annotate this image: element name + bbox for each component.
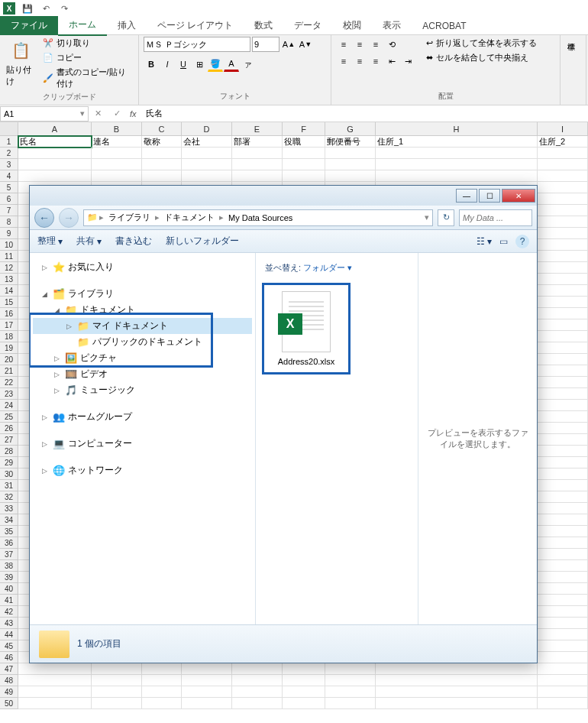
cell[interactable] [538,193,588,205]
row-header[interactable]: 19 [0,342,18,354]
cell[interactable] [538,491,588,503]
cell[interactable]: 連名 [92,136,142,148]
cell[interactable]: 会社 [182,136,232,148]
column-header[interactable]: C [142,122,182,135]
cell[interactable] [18,675,92,686]
cell[interactable] [538,629,588,640]
cell[interactable] [325,686,376,698]
cell[interactable] [142,148,182,159]
breadcrumb-item[interactable]: My Data Sources [225,213,296,222]
maximize-button[interactable]: ☐ [479,189,500,203]
cell[interactable] [538,148,588,159]
cell[interactable] [142,663,182,675]
row-header[interactable]: 36 [0,537,18,549]
cell[interactable] [538,503,588,514]
row-header[interactable]: 14 [0,285,18,297]
cell[interactable]: 役職 [283,136,325,148]
breadcrumb-item[interactable]: ライブラリ [105,212,153,223]
cell[interactable] [538,274,588,285]
cell[interactable] [538,698,588,709]
cut-button[interactable]: ✂️切り取り [41,37,134,50]
cell[interactable] [538,686,588,698]
cell[interactable] [92,686,142,698]
cell[interactable] [538,285,588,297]
row-header[interactable]: 20 [0,354,18,365]
cell[interactable]: 住所_1 [376,136,538,148]
tab-file[interactable]: ファイル [0,16,58,35]
row-header[interactable]: 39 [0,572,18,583]
tab-acrobat[interactable]: ACROBAT [412,18,477,34]
cell[interactable] [538,205,588,216]
row-header[interactable]: 37 [0,549,18,560]
cell[interactable] [538,377,588,388]
select-all-cell[interactable] [0,122,18,135]
tree-homegroup[interactable]: ▷👥ホームグループ [33,409,252,425]
qat-save-icon[interactable]: 💾 [21,2,34,15]
cell[interactable] [283,170,325,182]
cell[interactable]: 氏名 [18,136,92,148]
column-header[interactable]: I [538,122,588,135]
indent-dec-icon[interactable]: ⇤ [384,53,399,69]
tree-libraries[interactable]: ◢🗂️ライブラリ [33,286,252,302]
sort-by-link[interactable]: フォルダー ▾ [303,263,352,272]
cell[interactable] [538,572,588,583]
cell[interactable] [325,159,376,170]
cell[interactable] [92,663,142,675]
cell[interactable] [92,675,142,686]
row-header[interactable]: 47 [0,663,18,675]
forward-button[interactable]: → [59,208,79,228]
cell[interactable] [538,411,588,423]
row-header[interactable]: 4 [0,170,18,182]
cell[interactable] [538,182,588,193]
name-box[interactable]: A1▾ [0,106,89,122]
tree-public-documents[interactable]: 📁パブリックのドキュメント [33,334,252,350]
formula-input[interactable] [143,109,585,118]
row-header[interactable]: 29 [0,457,18,468]
font-size-select[interactable] [252,37,279,52]
minimize-button[interactable]: — [456,189,477,203]
cell[interactable] [325,170,376,182]
shrink-font-icon[interactable]: A▼ [298,37,313,52]
tab-home[interactable]: ホーム [58,15,107,36]
column-header[interactable]: A [18,122,92,135]
column-header[interactable]: B [92,122,142,135]
cell[interactable] [538,388,588,400]
row-header[interactable]: 7 [0,205,18,216]
cell[interactable] [142,698,182,709]
close-button[interactable]: ✕ [502,189,535,203]
row-header[interactable]: 17 [0,319,18,331]
cell[interactable] [18,159,92,170]
cell[interactable] [538,537,588,549]
cell[interactable] [325,698,376,709]
cell[interactable] [538,297,588,308]
cell[interactable] [325,148,376,159]
row-header[interactable]: 2 [0,148,18,159]
cell[interactable] [142,159,182,170]
cell[interactable] [538,239,588,251]
enter-formula-icon[interactable]: ✓ [111,109,124,118]
tree-documents[interactable]: ◢📁ドキュメント [33,302,252,318]
row-header[interactable]: 32 [0,491,18,503]
cell[interactable] [142,675,182,686]
tab-insert[interactable]: 挿入 [107,16,147,35]
paste-button[interactable]: 📋 貼り付け [5,37,38,89]
cell[interactable] [142,170,182,182]
cell[interactable]: 郵便番号 [325,136,376,148]
row-header[interactable]: 49 [0,686,18,698]
cell[interactable] [18,170,92,182]
row-header[interactable]: 26 [0,423,18,434]
cell[interactable] [538,606,588,618]
cancel-formula-icon[interactable]: ✕ [92,109,105,118]
cell[interactable] [538,216,588,228]
tree-my-documents[interactable]: ▷📁マイ ドキュメント [33,318,252,334]
cell[interactable] [538,652,588,663]
cell[interactable] [182,698,232,709]
cell[interactable] [538,159,588,170]
row-header[interactable]: 24 [0,400,18,411]
cell[interactable] [232,698,283,709]
row-header[interactable]: 41 [0,595,18,606]
tree-pictures[interactable]: ▷🖼️ピクチャ [33,350,252,366]
cell[interactable]: 敬称 [142,136,182,148]
cell[interactable] [182,159,232,170]
font-color-button[interactable]: A [224,57,239,72]
